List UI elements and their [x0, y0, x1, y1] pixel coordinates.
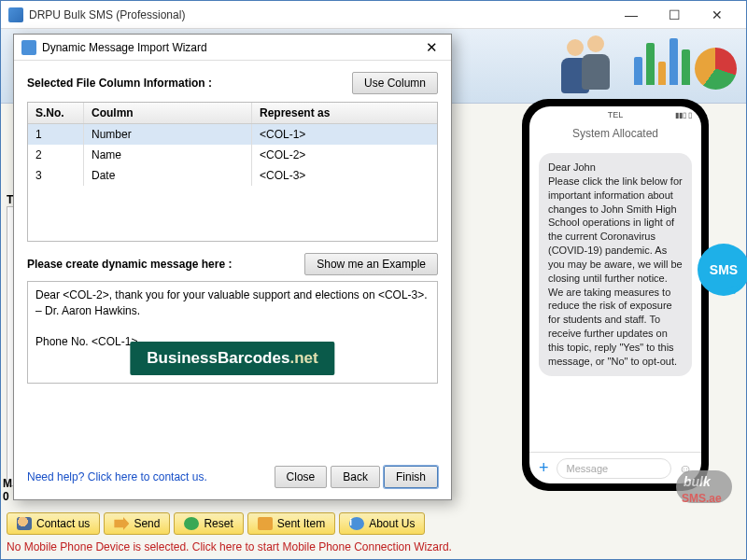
- bulk-sms-logo: bulk SMS.ae: [676, 470, 741, 522]
- dialog-title: Dynamic Message Import Wizard: [42, 41, 419, 54]
- main-titlebar: DRPU Bulk SMS (Professional) — ☐ ✕: [1, 1, 746, 29]
- minimize-button[interactable]: —: [610, 1, 653, 29]
- bar-chart-graphic: [634, 38, 690, 94]
- reset-icon: [184, 517, 199, 530]
- table-row[interactable]: 3 Date <COL-3>: [28, 165, 437, 186]
- phone-screen: TEL ▮▮▯ ▯ System Allocated Dear John Ple…: [529, 106, 701, 483]
- dialog-footer: Need help? Click here to contact us. Clo…: [14, 455, 451, 499]
- phone-statusbar: TEL ▮▮▯ ▯: [529, 106, 701, 123]
- about-us-button[interactable]: i About Us: [339, 512, 425, 535]
- sent-item-button[interactable]: Sent Item: [247, 512, 335, 535]
- table-header: S.No. Coulmn Represent as: [28, 103, 437, 124]
- dialog-body: Selected File Column Information : Use C…: [14, 61, 451, 455]
- dialog-close-btn[interactable]: Close: [275, 466, 328, 488]
- sent-label: Sent Item: [277, 517, 325, 530]
- show-example-button[interactable]: Show me an Example: [304, 253, 438, 275]
- column-info-label: Selected File Column Information :: [27, 77, 212, 90]
- table-row[interactable]: 1 Number <COL-1>: [28, 124, 437, 145]
- send-icon: [114, 517, 129, 530]
- about-label: About Us: [369, 517, 415, 530]
- attach-icon[interactable]: +: [539, 458, 549, 478]
- banner-text2: .net: [289, 349, 317, 367]
- th-column: Coulmn: [84, 103, 252, 123]
- send-label: Send: [134, 517, 160, 530]
- reset-label: Reset: [204, 517, 233, 530]
- sms-bubble: Dear John Please click the link below fo…: [539, 153, 692, 376]
- contact-us-label: Contact us: [36, 517, 90, 530]
- th-sno: S.No.: [28, 103, 84, 123]
- app-title: DRPU Bulk SMS (Professional): [29, 8, 610, 21]
- contact-us-button[interactable]: Contact us: [7, 512, 100, 535]
- sms-badge: SMS: [698, 244, 747, 303]
- carrier-label: TEL: [608, 110, 624, 119]
- banner-text1: BusinessBarcodes: [147, 349, 289, 367]
- message-text: Dear <COL-2>, thank you for your valuabl…: [35, 287, 430, 350]
- dialog-buttons: Close Back Finish: [275, 466, 438, 488]
- th-represent: Represent as: [252, 103, 437, 123]
- app-icon: [8, 7, 23, 22]
- people-graphic: [559, 34, 625, 99]
- left-count-fragment: M 0: [3, 477, 12, 503]
- column-table: S.No. Coulmn Represent as 1 Number <COL-…: [27, 102, 438, 242]
- send-button[interactable]: Send: [104, 512, 170, 535]
- table-row[interactable]: 2 Name <COL-2>: [28, 145, 437, 165]
- person-icon: [17, 517, 32, 530]
- message-input[interactable]: Message: [557, 458, 671, 479]
- info-icon: i: [349, 517, 364, 530]
- bottom-toolbar: Contact us Send Reset Sent Item i About …: [7, 512, 425, 535]
- dialog-icon: [21, 40, 36, 55]
- status-message[interactable]: No Mobile Phone Device is selected. Clic…: [7, 540, 452, 553]
- sms-badge-label: SMS: [698, 244, 747, 296]
- dialog-titlebar: Dynamic Message Import Wizard ✕: [14, 35, 451, 61]
- table-body: 1 Number <COL-1> 2 Name <COL-2> 3 Date <…: [28, 124, 437, 186]
- import-wizard-dialog: Dynamic Message Import Wizard ✕ Selected…: [13, 34, 452, 500]
- dialog-finish-btn[interactable]: Finish: [384, 466, 438, 488]
- logo-line1: bulk: [684, 474, 711, 489]
- help-link[interactable]: Need help? Click here to contact us.: [27, 470, 207, 483]
- phone-sender: System Allocated: [529, 123, 701, 147]
- barcodes-watermark: BusinessBarcodes.net: [130, 342, 334, 375]
- reset-button[interactable]: Reset: [174, 512, 243, 535]
- logo-line2: SMS.ae: [682, 492, 722, 505]
- window-controls: — ☐ ✕: [610, 1, 739, 29]
- dialog-back-btn[interactable]: Back: [331, 466, 380, 488]
- maximize-button[interactable]: ☐: [653, 1, 696, 29]
- phone-body: Dear John Please click the link below fo…: [529, 147, 701, 452]
- folder-icon: [258, 517, 273, 530]
- dialog-close-button[interactable]: ✕: [419, 39, 444, 56]
- use-column-button[interactable]: Use Column: [352, 72, 438, 94]
- signal-icon: ▮▮▯ ▯: [675, 111, 692, 119]
- create-message-label: Please create dynamic message here :: [27, 258, 232, 271]
- close-button[interactable]: ✕: [696, 1, 739, 29]
- message-textarea[interactable]: Dear <COL-2>, thank you for your valuabl…: [27, 281, 438, 384]
- pie-chart-graphic: [695, 48, 737, 90]
- phone-preview: TEL ▮▮▯ ▯ System Allocated Dear John Ple…: [522, 99, 709, 491]
